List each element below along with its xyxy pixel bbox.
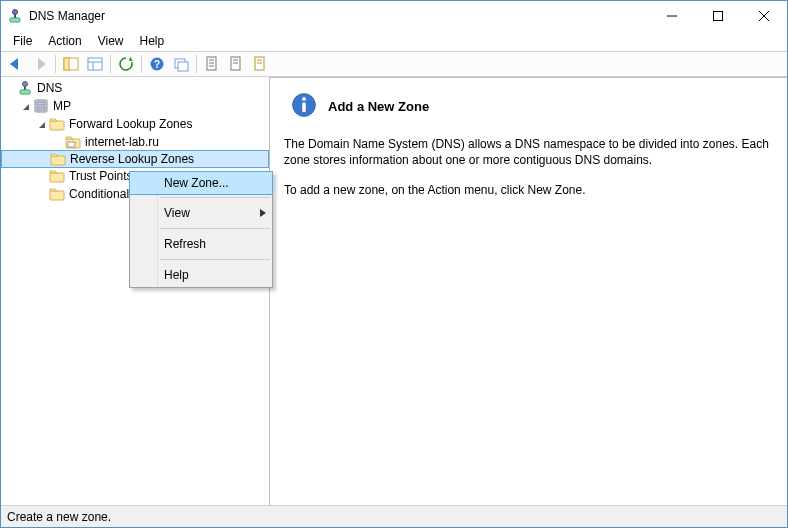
tree-zone-internet-lab[interactable]: internet-lab.ru: [1, 133, 269, 151]
svg-rect-35: [50, 121, 64, 130]
close-button[interactable]: [741, 1, 787, 31]
context-help[interactable]: Help: [130, 263, 272, 287]
tree-server[interactable]: MP: [1, 97, 269, 115]
tree-root-dns[interactable]: DNS: [1, 79, 269, 97]
svg-rect-18: [178, 62, 188, 71]
tree-label: DNS: [37, 81, 62, 95]
context-view[interactable]: View: [130, 201, 272, 225]
maximize-button[interactable]: [695, 1, 741, 31]
context-menu: New Zone... View Refresh Help: [129, 171, 273, 288]
svg-text:?: ?: [154, 59, 160, 70]
svg-rect-42: [50, 173, 64, 182]
svg-rect-44: [50, 191, 64, 200]
status-bar: Create a new zone.: [1, 505, 787, 527]
dns-root-icon: [17, 80, 33, 96]
svg-rect-11: [88, 58, 102, 70]
svg-marker-38: [66, 137, 73, 139]
tree-label: Reverse Lookup Zones: [70, 152, 194, 166]
menu-action[interactable]: Action: [40, 32, 89, 50]
folder-icon: [49, 168, 65, 184]
context-item-label: Help: [164, 268, 189, 282]
svg-marker-41: [51, 154, 58, 156]
folder-icon: [50, 151, 66, 167]
collapse-icon[interactable]: [19, 102, 33, 111]
tree-label: MP: [53, 99, 71, 113]
forward-button[interactable]: [29, 53, 51, 75]
folder-icon: [49, 186, 65, 202]
svg-rect-33: [37, 102, 45, 105]
context-separator: [160, 228, 270, 229]
svg-rect-10: [64, 58, 69, 70]
menu-bar: File Action View Help: [1, 31, 787, 51]
collapse-icon[interactable]: [35, 120, 49, 129]
svg-point-29: [23, 82, 28, 87]
menu-file[interactable]: File: [5, 32, 40, 50]
svg-marker-43: [50, 171, 57, 173]
tree-reverse-lookup[interactable]: Reverse Lookup Zones: [1, 150, 269, 168]
context-refresh[interactable]: Refresh: [130, 232, 272, 256]
server-icon: [33, 98, 49, 114]
svg-rect-39: [68, 142, 75, 147]
submenu-arrow-icon: [260, 206, 266, 220]
doc-button-2[interactable]: [225, 53, 247, 75]
detail-pane: Add a New Zone The Domain Name System (D…: [270, 77, 787, 505]
toolbar: ?: [1, 51, 787, 77]
show-hide-tree-button[interactable]: [60, 53, 82, 75]
app-icon: [7, 8, 23, 24]
minimize-button[interactable]: [649, 1, 695, 31]
refresh-button[interactable]: [115, 53, 137, 75]
menu-view[interactable]: View: [90, 32, 132, 50]
context-item-label: Refresh: [164, 237, 206, 251]
svg-rect-2: [10, 18, 20, 22]
svg-rect-30: [24, 86, 26, 90]
menu-help[interactable]: Help: [132, 32, 173, 50]
status-text: Create a new zone.: [7, 510, 111, 524]
new-window-button[interactable]: [170, 53, 192, 75]
content-area: DNS MP Forward Lookup Zones: [1, 77, 787, 505]
svg-rect-1: [14, 14, 16, 18]
svg-marker-36: [50, 119, 57, 121]
doc-button-1[interactable]: [201, 53, 223, 75]
context-separator: [160, 259, 270, 260]
svg-marker-14: [129, 57, 133, 61]
tree-label: internet-lab.ru: [85, 135, 159, 149]
title-bar: DNS Manager: [1, 1, 787, 31]
folder-icon: [49, 116, 65, 132]
svg-point-0: [13, 10, 18, 15]
svg-rect-31: [20, 90, 30, 94]
tree-pane: DNS MP Forward Lookup Zones: [1, 77, 270, 505]
svg-rect-4: [714, 12, 723, 21]
svg-marker-7: [10, 58, 18, 70]
context-new-zone[interactable]: New Zone...: [129, 171, 273, 195]
svg-marker-50: [260, 209, 266, 217]
context-item-label: New Zone...: [164, 176, 229, 190]
svg-marker-8: [38, 58, 46, 70]
tree-label: Trust Points: [69, 169, 133, 183]
svg-marker-45: [50, 189, 57, 191]
context-separator: [160, 197, 270, 198]
tree-label: Forward Lookup Zones: [69, 117, 192, 131]
context-item-label: View: [164, 206, 190, 220]
zone-icon: [65, 134, 81, 150]
window-title: DNS Manager: [29, 9, 649, 23]
tree-forward-lookup[interactable]: Forward Lookup Zones: [1, 115, 269, 133]
window-controls: [649, 1, 787, 31]
doc-button-3[interactable]: [249, 53, 271, 75]
back-button[interactable]: [5, 53, 27, 75]
svg-rect-40: [51, 156, 65, 165]
svg-rect-34: [37, 107, 45, 110]
options-button[interactable]: [84, 53, 106, 75]
help-button[interactable]: ?: [146, 53, 168, 75]
